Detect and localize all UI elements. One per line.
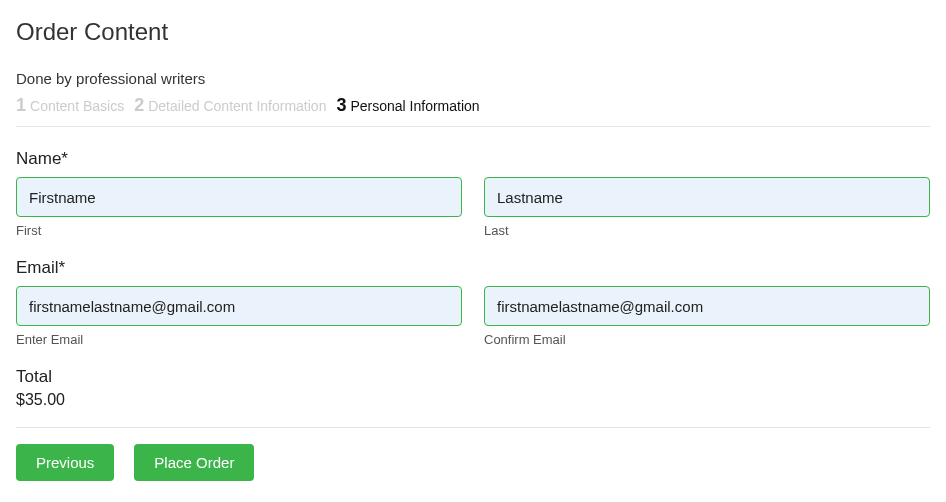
name-label: Name* bbox=[16, 149, 930, 169]
email-label: Email* bbox=[16, 258, 930, 278]
total-block: Total $35.00 bbox=[16, 367, 930, 409]
button-row: Previous Place Order bbox=[16, 444, 930, 481]
step-label: Personal Information bbox=[350, 98, 479, 114]
firstname-help: First bbox=[16, 223, 462, 238]
page-title: Order Content bbox=[16, 18, 930, 46]
step-content-basics: 1 Content Basics bbox=[16, 95, 124, 116]
page-subtitle: Done by professional writers bbox=[16, 70, 930, 87]
step-label: Content Basics bbox=[30, 98, 124, 114]
place-order-button[interactable]: Place Order bbox=[134, 444, 254, 481]
step-number: 2 bbox=[134, 95, 144, 116]
confirm-email-help: Confirm Email bbox=[484, 332, 930, 347]
lastname-input[interactable] bbox=[484, 177, 930, 217]
email-section: Email* Enter Email Confirm Email bbox=[16, 258, 930, 347]
total-value: $35.00 bbox=[16, 391, 930, 409]
steps-nav: 1 Content Basics 2 Detailed Content Info… bbox=[16, 95, 930, 127]
step-number: 1 bbox=[16, 95, 26, 116]
step-number: 3 bbox=[336, 95, 346, 116]
confirm-email-input[interactable] bbox=[484, 286, 930, 326]
email-help: Enter Email bbox=[16, 332, 462, 347]
email-input[interactable] bbox=[16, 286, 462, 326]
previous-button[interactable]: Previous bbox=[16, 444, 114, 481]
step-label: Detailed Content Information bbox=[148, 98, 326, 114]
lastname-help: Last bbox=[484, 223, 930, 238]
firstname-input[interactable] bbox=[16, 177, 462, 217]
step-detailed-content: 2 Detailed Content Information bbox=[134, 95, 326, 116]
step-personal-info: 3 Personal Information bbox=[336, 95, 479, 116]
name-section: Name* First Last bbox=[16, 149, 930, 238]
divider bbox=[16, 427, 930, 428]
total-label: Total bbox=[16, 367, 930, 387]
